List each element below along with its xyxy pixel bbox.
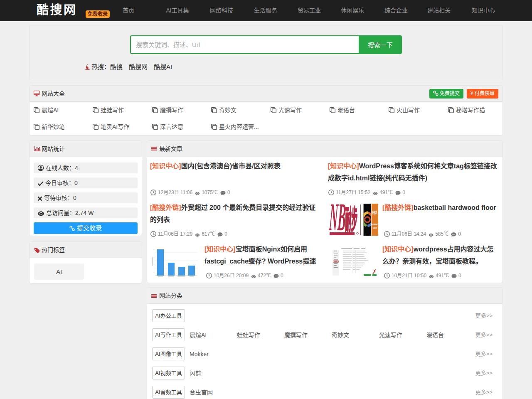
svg-text:FIBA: FIBA <box>372 209 377 216</box>
svg-text:VED: VED <box>373 227 377 229</box>
svg-text:NB: NB <box>329 203 347 236</box>
svg-text:耐步: 耐步 <box>345 205 358 235</box>
svg-text:APPRO: APPRO <box>371 223 379 226</box>
